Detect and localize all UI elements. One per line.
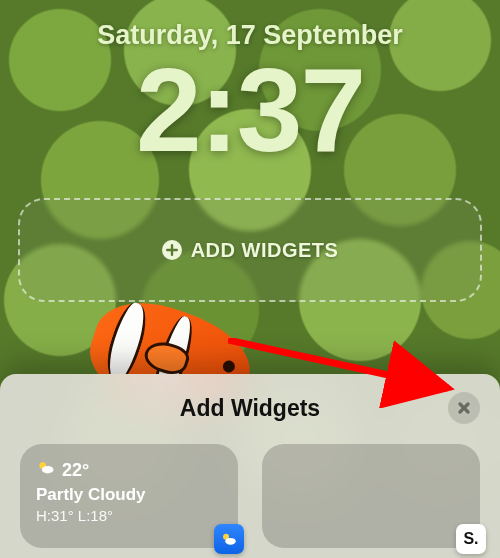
add-widgets-label: ADD WIDGETS	[191, 239, 339, 262]
weather-hi-lo: H:31° L:18°	[36, 507, 222, 524]
svg-point-1	[42, 466, 54, 474]
add-widgets-panel: Add Widgets 22° Partly Cloudy H:31°	[0, 374, 500, 558]
weather-condition: Partly Cloudy	[36, 485, 222, 505]
widget-suggestions-row: 22° Partly Cloudy H:31° L:18° S.	[20, 444, 480, 548]
close-icon	[457, 401, 471, 415]
app-badge-s: S.	[456, 524, 486, 554]
weather-temp: 22°	[62, 460, 89, 481]
weather-app-icon	[214, 524, 244, 554]
panel-title: Add Widgets	[180, 395, 320, 422]
partly-cloudy-icon	[36, 458, 56, 483]
add-widgets-slot[interactable]: ADD WIDGETS	[18, 198, 482, 302]
svg-point-3	[225, 538, 236, 545]
lock-screen: Saturday, 17 September 2:37 ADD WIDGETS …	[0, 0, 500, 558]
widget-card-generic[interactable]: S.	[262, 444, 480, 548]
panel-header: Add Widgets	[20, 388, 480, 428]
lockscreen-time[interactable]: 2:37	[0, 42, 500, 178]
widget-card-weather[interactable]: 22° Partly Cloudy H:31° L:18°	[20, 444, 238, 548]
plus-circle-icon	[162, 240, 182, 260]
close-button[interactable]	[448, 392, 480, 424]
